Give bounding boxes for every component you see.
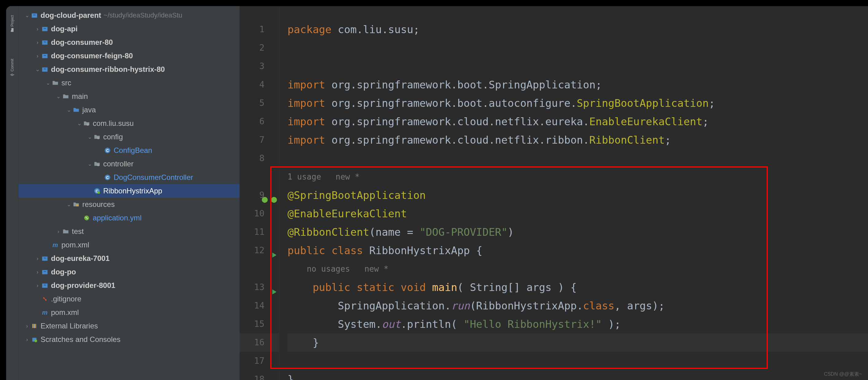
line-number[interactable]: 13	[240, 278, 279, 296]
line-number[interactable]: 11	[240, 223, 279, 241]
code-editor[interactable]: 1 2 3 4 5 6 7 8 9 10 11 12	[240, 6, 868, 380]
library-icon	[31, 323, 37, 329]
tree-row[interactable]: ⌄java	[19, 103, 240, 117]
line-number[interactable]: 6	[240, 112, 279, 131]
project-tree[interactable]: ⌄ dog-cloud-parent ~/study/ideaStudy/ide…	[19, 6, 240, 380]
scratches[interactable]: › Scratches and Consoles	[19, 333, 240, 346]
chevron-down-icon[interactable]: ⌄	[35, 66, 40, 73]
project-tool-button[interactable]: Project	[10, 15, 14, 32]
chevron-right-icon[interactable]: ›	[56, 228, 61, 235]
line-number[interactable]: 5	[240, 94, 279, 112]
tree-row[interactable]: ›dog-consumer-feign-80	[19, 49, 240, 63]
tree-row[interactable]: ›dog-provider-8001	[19, 279, 240, 292]
code-text: (RibbonHystrixApp.	[470, 299, 583, 312]
chevron-down-icon[interactable]: ⌄	[77, 120, 82, 127]
code-text: org.springframework.cloud.netflix.eureka…	[325, 116, 589, 128]
line-number[interactable]: 4	[240, 75, 279, 94]
run-icon[interactable]	[269, 283, 277, 291]
scratches-label: Scratches and Consoles	[40, 335, 120, 344]
line-number[interactable]: 14	[240, 296, 279, 315]
chevron-down-icon[interactable]: ⌄	[66, 201, 71, 208]
chevron-right-icon[interactable]: ›	[25, 337, 30, 343]
svg-rect-4	[33, 15, 36, 15]
svg-rect-37	[35, 324, 36, 328]
resources-icon	[73, 201, 79, 208]
module-icon	[42, 282, 48, 288]
tree-row[interactable]: CRibbonHystrixApp	[19, 184, 240, 198]
svg-point-13	[87, 123, 89, 126]
spring-gutter-icon[interactable]	[269, 191, 277, 199]
chevron-right-icon[interactable]: ›	[35, 282, 40, 289]
tree-row[interactable]: ›test	[19, 225, 240, 238]
chevron-down-icon[interactable]: ⌄	[25, 12, 30, 19]
line-number[interactable]: 1	[240, 20, 279, 39]
spring-gutter-icon[interactable]	[260, 191, 268, 199]
tree-row[interactable]: ⌄main	[19, 90, 240, 103]
code-content[interactable]: package com.liu.susu; import org.springf…	[279, 6, 868, 380]
tree-row[interactable]: ⌄controller	[19, 157, 240, 171]
inlay-hint[interactable]: 1 usage new *	[287, 167, 868, 186]
chevron-down-icon[interactable]: ⌄	[45, 80, 50, 86]
code-text: ;	[703, 116, 709, 128]
chevron-down-icon[interactable]: ⌄	[66, 106, 71, 113]
tree-row[interactable]: ⌄config	[19, 130, 240, 144]
tree-row[interactable]: ⌄dog-consumer-ribbon-hystrix-80	[19, 63, 240, 76]
tree-row[interactable]: .gitignore	[19, 292, 240, 306]
line-number[interactable]: 12	[240, 241, 279, 260]
tree-row[interactable]: application.yml	[19, 211, 240, 225]
chevron-right-icon[interactable]: ›	[35, 269, 40, 275]
line-number[interactable]: 9	[240, 186, 279, 204]
module-icon	[42, 39, 48, 45]
chevron-down-icon[interactable]: ⌄	[87, 161, 92, 167]
folder-icon	[63, 93, 69, 99]
tree-row[interactable]: mpom.xml	[19, 306, 240, 319]
svg-rect-25	[42, 257, 48, 261]
line-number[interactable]: 18	[240, 370, 279, 380]
line-number[interactable]: 15	[240, 315, 279, 334]
commit-tool-button[interactable]: Commit	[10, 59, 14, 77]
line-number[interactable]: 10	[240, 204, 279, 223]
svg-rect-36	[34, 324, 35, 328]
tree-row[interactable]: ›dog-eureka-7001	[19, 252, 240, 265]
chevron-down-icon[interactable]: ⌄	[87, 133, 92, 140]
tree-item-label: dog-api	[51, 25, 78, 33]
svg-rect-9	[42, 54, 48, 58]
chevron-right-icon[interactable]: ›	[35, 53, 40, 59]
folder-blue-icon	[73, 107, 79, 113]
package-icon	[84, 120, 90, 126]
run-icon[interactable]	[269, 247, 277, 254]
code-text: ( String[] args )	[457, 281, 570, 293]
chevron-right-icon[interactable]: ›	[25, 323, 30, 329]
svg-point-40	[262, 197, 268, 202]
line-number[interactable]: 7	[240, 131, 279, 149]
tree-root[interactable]: ⌄ dog-cloud-parent ~/study/ideaStudy/ide…	[19, 9, 240, 22]
chevron-right-icon[interactable]: ›	[35, 39, 40, 46]
tree-row[interactable]: ›dog-po	[19, 265, 240, 279]
chevron-down-icon[interactable]: ⌄	[56, 93, 61, 100]
tree-row[interactable]: ⌄src	[19, 76, 240, 90]
tree-row[interactable]: ›dog-api	[19, 22, 240, 36]
tree-row[interactable]: ›dog-consumer-80	[19, 36, 240, 49]
svg-text:C: C	[106, 149, 109, 153]
svg-point-14	[97, 137, 99, 139]
code-text: org.springframework.boot.SpringApplicati…	[325, 78, 602, 91]
line-number[interactable]: 17	[240, 352, 279, 370]
line-number[interactable]: 8	[240, 149, 279, 167]
tree-row[interactable]: ⌄resources	[19, 198, 240, 211]
tree-item-label: resources	[82, 200, 115, 209]
chevron-right-icon[interactable]: ›	[35, 26, 40, 32]
line-number[interactable]: 3	[240, 57, 279, 75]
tree-row[interactable]: ⌄com.liu.susu	[19, 117, 240, 130]
tree-row[interactable]: CDogConsumerController	[19, 171, 240, 184]
tree-row[interactable]: CConfigBean	[19, 144, 240, 157]
code-text: }	[287, 337, 319, 349]
line-number[interactable]: 2	[240, 39, 279, 57]
inlay-hint[interactable]: no usages new *	[287, 260, 868, 278]
maven-icon: m	[42, 309, 48, 316]
tree-item-label: dog-consumer-feign-80	[51, 52, 133, 60]
line-number[interactable]: 16	[240, 334, 279, 352]
external-libraries[interactable]: › External Libraries	[19, 319, 240, 333]
tree-row[interactable]: mpom.xml	[19, 238, 240, 252]
keyword: class	[325, 244, 363, 257]
chevron-right-icon[interactable]: ›	[35, 255, 40, 262]
